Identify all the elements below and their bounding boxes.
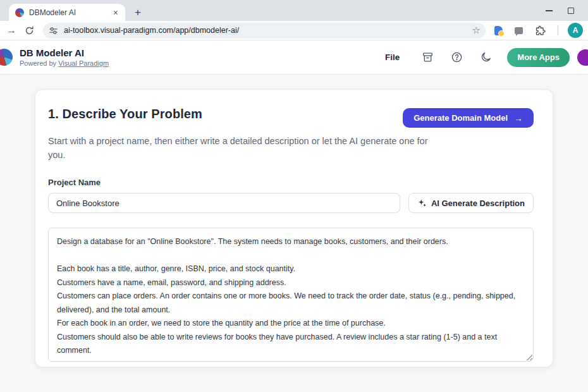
export-archive-icon[interactable] [421, 51, 434, 64]
app-logo-icon [0, 49, 13, 66]
reload-icon[interactable] [20, 26, 38, 35]
sparkles-icon [417, 199, 427, 208]
file-menu[interactable]: File [380, 49, 405, 66]
card-subheading: Start with a project name, then either w… [48, 134, 443, 162]
tab-title: DBModeler AI [29, 8, 111, 17]
chat-extension-icon[interactable] [515, 27, 523, 34]
browser-tab[interactable]: DBModeler AI × [9, 4, 125, 21]
browser-tab-strip: DBModeler AI × + [0, 0, 588, 21]
help-icon[interactable] [450, 51, 463, 64]
app-user-avatar[interactable] [577, 49, 588, 66]
extensions-puzzle-icon[interactable] [535, 25, 546, 36]
app-title: DB Modeler AI [20, 47, 109, 59]
browser-profile-avatar[interactable]: A [568, 23, 583, 38]
app-header: DB Modeler AI Powered by Visual Paradigm… [0, 40, 588, 75]
forward-icon[interactable]: → [3, 25, 20, 36]
toolbar-divider [558, 25, 558, 35]
more-apps-button[interactable]: More Apps [507, 48, 570, 67]
arrow-right-icon: → [514, 113, 523, 123]
app-title-block: DB Modeler AI Powered by Visual Paradigm [20, 47, 109, 67]
ai-generate-description-button[interactable]: AI Generate Description [408, 193, 534, 213]
project-name-label: Project Name [48, 178, 534, 187]
visual-paradigm-link[interactable]: Visual Paradigm [58, 59, 109, 67]
docs-extension-icon[interactable] [494, 26, 503, 35]
toolbar-extensions: A [494, 23, 583, 38]
url-bar[interactable]: ai-toolbox.visual-paradigm.com/app/dbmod… [43, 23, 486, 39]
site-settings-icon[interactable] [49, 26, 58, 35]
url-text[interactable]: ai-toolbox.visual-paradigm.com/app/dbmod… [64, 26, 469, 35]
powered-by-prefix: Powered by [20, 59, 58, 67]
window-controls [546, 0, 583, 21]
dark-mode-moon-icon[interactable] [479, 51, 492, 64]
bookmark-star-icon[interactable]: ☆ [472, 25, 481, 36]
maximize-icon[interactable] [568, 8, 574, 14]
describe-problem-card: 1. Describe Your Problem Generate Domain… [35, 89, 553, 367]
generate-domain-model-label: Generate Domain Model [413, 113, 508, 123]
minimize-icon[interactable] [546, 10, 553, 11]
problem-description-textarea[interactable]: Design a database for an "Online Booksto… [48, 228, 534, 362]
generate-domain-model-button[interactable]: Generate Domain Model → [403, 108, 534, 128]
site-favicon-icon [15, 8, 24, 17]
app-header-actions: File More Apps [380, 48, 588, 67]
powered-by: Powered by Visual Paradigm [20, 59, 109, 67]
project-name-input[interactable] [48, 193, 400, 213]
ai-generate-description-label: AI Generate Description [431, 199, 525, 208]
browser-toolbar: → ai-toolbox.visual-paradigm.com/app/dbm… [0, 21, 588, 40]
card-heading: 1. Describe Your Problem [48, 107, 202, 121]
new-tab-button[interactable]: + [130, 5, 145, 20]
tab-close-icon[interactable]: × [111, 8, 120, 17]
